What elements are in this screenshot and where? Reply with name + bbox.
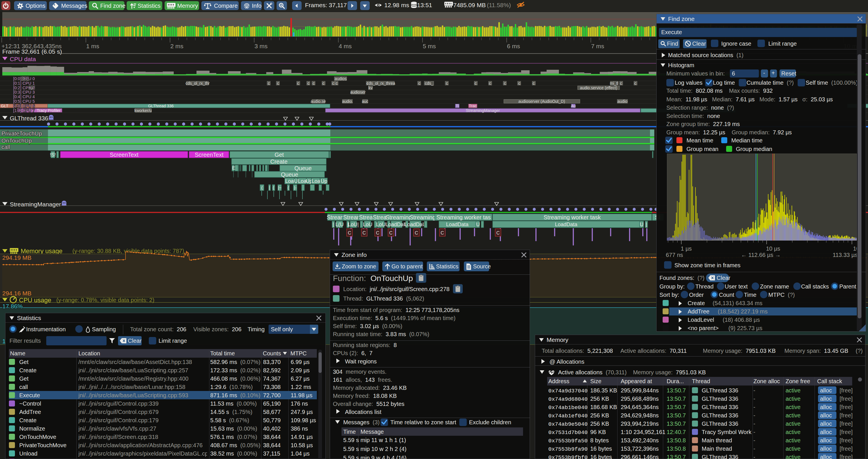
svg-text:cds_: cds_ xyxy=(425,81,433,86)
svg-text:call: call xyxy=(1,144,10,150)
svg-text:audio.service (effect): audio.service (effect) xyxy=(580,86,617,90)
svg-text:LoU: LoU xyxy=(376,222,385,227)
svg-text:LoadDaU: LoadDaU xyxy=(404,222,426,227)
svg-text:Au: Au xyxy=(571,104,576,108)
svg-text:Strea: Strea xyxy=(373,214,387,221)
svg-text:ScreenText: ScreenText xyxy=(110,152,138,158)
svg-text:GLT: GLT xyxy=(1,104,9,108)
svg-text:LoU: LoU xyxy=(363,222,372,227)
svg-text:Strean: Strean xyxy=(327,214,344,221)
svg-text:c: c xyxy=(313,81,315,86)
svg-text:c: c xyxy=(620,81,622,86)
svg-text:c: c xyxy=(332,81,334,86)
svg-text:mi_tl: mi_tl xyxy=(610,81,618,86)
svg-text:audioser: audioser xyxy=(350,90,366,94)
svg-text:C: C xyxy=(441,230,444,235)
svg-text:c: c xyxy=(489,81,491,86)
svg-text:c: c xyxy=(322,81,324,86)
svg-text:c: c xyxy=(336,81,338,86)
svg-text:LoadData: LoadData xyxy=(446,222,469,227)
svg-text:c: c xyxy=(297,81,299,86)
svg-text:Memory usage: Memory usage xyxy=(21,248,63,255)
svg-text:Streaming worker task: Streaming worker task xyxy=(544,214,601,221)
svg-text:!S!: !S! xyxy=(50,152,56,158)
svg-text:C: C xyxy=(348,230,351,235)
svg-text:5 ms: 5 ms xyxy=(423,43,436,50)
svg-text:CPU usage: CPU usage xyxy=(19,297,52,304)
svg-text:4 ms: 4 ms xyxy=(339,43,352,50)
svg-text:[0:3] CPU 3: [0:3] CPU 3 xyxy=(13,90,35,94)
svg-text:U: U xyxy=(294,178,298,184)
svg-text:Queue: Queue xyxy=(281,171,298,178)
svg-text:E: E xyxy=(232,165,235,171)
svg-text:kworker/u: kworker/u xyxy=(134,108,152,113)
svg-text:3 ms: 3 ms xyxy=(254,43,268,50)
svg-text:ScreenText: ScreenText xyxy=(195,152,223,158)
svg-text:cds_ol_rx_threa: cds_ol_rx_threa xyxy=(367,81,395,86)
svg-text:2 ms: 2 ms xyxy=(170,43,184,50)
svg-text:Streaming: Streaming xyxy=(385,214,412,221)
svg-text:Queue: Queue xyxy=(294,165,312,171)
svg-text:[0:2] CPU 2: [0:2] CPU 2 xyxy=(13,86,35,90)
svg-text:C: C xyxy=(496,230,500,235)
svg-text:c: c xyxy=(308,81,310,86)
svg-text:audioserver (AudioOut_D): audioserver (AudioOut_D) xyxy=(519,99,565,104)
svg-text:C: C xyxy=(363,230,366,235)
svg-text:C: C xyxy=(376,230,379,235)
svg-text:cds_ol_rx_thr: cds_ol_rx_thr xyxy=(186,81,210,86)
svg-text:[1:1] CPU 7: [1:1] CPU 7 xyxy=(13,108,35,113)
svg-text:StreamingManager: StreamingManager xyxy=(10,201,61,207)
svg-text:6 ms: 6 ms xyxy=(507,43,520,50)
svg-text:L(U: L(U xyxy=(335,222,343,227)
svg-text:[1:0] CPU 6: [1:0] CPU 6 xyxy=(13,104,35,108)
svg-text:CPU data: CPU data xyxy=(10,56,36,62)
svg-text:Streaming worker tas: Streaming worker tas xyxy=(437,214,491,221)
svg-text:c: c xyxy=(504,81,506,86)
svg-text:1 ms: 1 ms xyxy=(86,43,99,50)
svg-text:c: c xyxy=(519,81,521,86)
svg-text:Loa: Loa xyxy=(312,178,320,184)
svg-text:Strea: Strea xyxy=(359,214,373,221)
svg-text:OnTouchUp: OnTouchUp xyxy=(1,137,32,144)
svg-text:Streaming: Streaming xyxy=(409,214,435,221)
svg-text:(: ( xyxy=(273,185,274,190)
svg-text:U: U xyxy=(476,222,480,227)
svg-text:c: c xyxy=(418,81,421,86)
svg-text:(: ( xyxy=(288,185,289,190)
svg-text:c: c xyxy=(446,81,448,86)
svg-text:C: C xyxy=(389,230,393,235)
svg-text:|: | xyxy=(333,222,334,227)
svg-text:[0:0] CPU 0: [0:0] CPU 0 xyxy=(13,76,35,81)
svg-text:audios: audios xyxy=(335,76,346,81)
svg-text:c: c xyxy=(277,81,279,86)
svg-text:Ti: Ti xyxy=(456,104,459,108)
svg-text:c: c xyxy=(475,81,477,86)
svg-text:c: c xyxy=(533,81,535,86)
svg-text:17.86%: 17.86% xyxy=(2,303,23,309)
svg-text:C: C xyxy=(415,230,418,235)
svg-text:StreamingManager: StreamingManager xyxy=(466,108,500,113)
svg-text:(: ( xyxy=(261,185,263,190)
svg-text:Get: Get xyxy=(275,152,284,158)
svg-text:LoadDaU: LoadDaU xyxy=(385,222,407,227)
svg-text:c: c xyxy=(268,81,270,86)
svg-text:auc: auc xyxy=(362,99,369,104)
svg-text:294.16 MB: 294.16 MB xyxy=(2,290,32,297)
svg-text:|: | xyxy=(269,185,270,190)
svg-text:[0:5] CPU 5: [0:5] CPU 5 xyxy=(13,99,35,104)
svg-text:Up: Up xyxy=(320,178,327,184)
svg-text:|-: |- xyxy=(294,185,297,190)
svg-text:Strear: Strear xyxy=(343,214,359,221)
svg-text:kv: kv xyxy=(369,86,373,90)
svg-text:Tracy Profiler: Tracy Profiler xyxy=(37,108,61,113)
svg-text:audio.: audio. xyxy=(342,99,353,104)
svg-text:audio: audio xyxy=(618,99,627,104)
svg-text:Frame 32,661 (6.05 s): Frame 32,661 (6.05 s) xyxy=(2,48,62,55)
svg-text:(y-range: 0.78%, visible data: (y-range: 0.78%, visible data points: 2) xyxy=(56,297,154,303)
svg-text:LoU|: LoU| xyxy=(348,222,359,227)
svg-text:Create: Create xyxy=(270,159,287,165)
svg-text:294.19 MB: 294.19 MB xyxy=(2,254,32,261)
svg-text:Loa: Loa xyxy=(285,178,294,184)
svg-text:[0:4] CPU 4: [0:4] CPU 4 xyxy=(13,94,35,99)
svg-text:[0:1] CPU 1: [0:1] CPU 1 xyxy=(13,81,35,86)
